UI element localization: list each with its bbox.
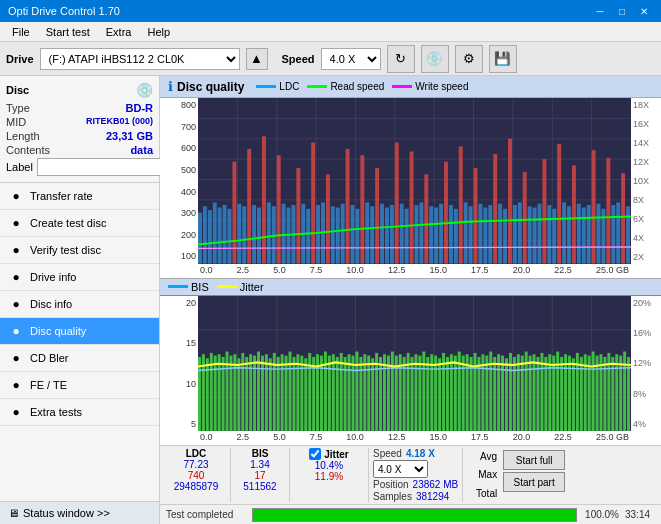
svg-rect-188 [474,352,477,431]
drive-select[interactable]: (F:) ATAPI iHBS112 2 CL0K [40,48,240,70]
disc-icon: 💿 [136,82,153,98]
disc-quality-title: Disc quality [177,80,244,94]
sidebar-item-extra-tests[interactable]: ● Extra tests [0,399,159,426]
settings-button[interactable]: ⚙ [455,45,483,73]
speed-stat-select[interactable]: 4.0 X [373,460,428,478]
svg-rect-219 [596,355,599,431]
svg-rect-183 [454,355,457,431]
svg-rect-157 [352,355,355,431]
svg-rect-28 [252,205,256,264]
minimize-button[interactable]: ─ [591,3,609,19]
jitter-checkbox-area: Jitter [309,448,348,460]
jitter-legend: Jitter [217,281,264,293]
svg-rect-20 [213,202,217,263]
svg-rect-22 [223,205,227,264]
nav-label-disc-info: Disc info [30,298,72,310]
position-value: 23862 MB [413,479,459,490]
svg-rect-29 [257,208,261,264]
window-controls: ─ □ ✕ [591,3,653,19]
svg-rect-193 [493,357,496,431]
maximize-button[interactable]: □ [613,3,631,19]
progress-bar-inner [253,509,576,521]
length-label: Length [6,130,40,142]
sidebar-item-drive-info[interactable]: ● Drive info [0,264,159,291]
menu-help[interactable]: Help [139,24,178,40]
sidebar-item-create-test-disc[interactable]: ● Create test disc [0,210,159,237]
svg-rect-76 [488,205,492,264]
progress-percent: 100.0% [583,509,619,520]
svg-rect-156 [348,354,351,431]
eject-button[interactable]: ▲ [246,48,268,70]
disc-quality-icon: ℹ [168,79,173,94]
svg-rect-86 [538,204,542,264]
start-part-button[interactable]: Start part [503,472,565,492]
start-full-button[interactable]: Start full [503,450,565,470]
svg-rect-90 [557,144,561,264]
disc-quality-header: ℹ Disc quality LDC Read speed Write spee… [160,76,661,98]
sidebar-item-verify-test-disc[interactable]: ● Verify test disc [0,237,159,264]
svg-rect-75 [483,208,487,264]
chart2-svg [198,296,631,431]
nav-label-fe-te: FE / TE [30,379,67,391]
svg-rect-166 [387,355,390,431]
svg-rect-91 [562,202,566,263]
status-window-button[interactable]: 🖥 Status window >> [0,501,159,524]
ldc-chart: 800 700 600 500 400 300 200 100 [160,98,661,264]
label-input[interactable] [37,158,170,176]
samples-value: 381294 [416,491,449,502]
nav-icon-fe-te: ● [8,377,24,393]
svg-rect-198 [513,357,516,431]
progress-bar-outer [252,508,577,522]
svg-rect-92 [567,206,571,263]
sidebar-item-disc-quality[interactable]: ● Disc quality [0,318,159,345]
length-value: 23,31 GB [106,130,153,142]
elapsed-time: 33:14 [625,509,655,520]
writespeed-legend-dot [392,85,412,88]
menu-extra[interactable]: Extra [98,24,140,40]
bis-max-value: 17 [254,470,265,481]
chart2-y-left: 20 15 10 5 [160,296,198,431]
bis-total-value: 511562 [243,481,276,492]
sidebar-item-transfer-rate[interactable]: ● Transfer rate [0,183,159,210]
sidebar-item-cd-bler[interactable]: ● CD Bler [0,345,159,372]
svg-rect-135 [265,354,268,431]
svg-rect-33 [277,155,281,263]
total-row-label: Total [476,488,497,499]
contents-value: data [130,144,153,156]
svg-rect-224 [615,354,618,431]
svg-rect-88 [547,205,551,264]
svg-rect-61 [415,205,419,264]
svg-rect-203 [533,354,536,431]
bis-col-header: BIS [252,448,269,459]
svg-rect-48 [351,205,355,264]
svg-rect-132 [253,355,256,431]
svg-rect-134 [261,355,264,431]
svg-rect-95 [582,208,586,264]
status-window-label: Status window >> [23,507,110,519]
sidebar-item-fe-te[interactable]: ● FE / TE [0,372,159,399]
svg-rect-67 [444,162,448,264]
svg-rect-160 [363,354,366,431]
save-button[interactable]: 💾 [489,45,517,73]
svg-rect-211 [564,354,567,431]
svg-rect-153 [336,357,339,431]
svg-rect-25 [237,204,241,264]
disc-button[interactable]: 💿 [421,45,449,73]
bis-legend-label: BIS [191,281,209,293]
sidebar-item-disc-info[interactable]: ● Disc info [0,291,159,318]
speed-select[interactable]: 4.0 X [321,48,381,70]
menu-file[interactable]: File [4,24,38,40]
menu-start-test[interactable]: Start test [38,24,98,40]
refresh-button[interactable]: ↻ [387,45,415,73]
close-button[interactable]: ✕ [635,3,653,19]
label-label: Label [6,161,33,173]
stats-area: LDC 77.23 740 29485879 BIS 1.34 17 51156… [160,445,661,504]
svg-rect-212 [568,355,571,431]
disc-section: Disc 💿 Type BD-R MID RITEKB01 (000) Leng… [0,76,159,183]
jitter-checkbox[interactable] [309,448,321,460]
svg-rect-140 [285,355,288,431]
ldc-max-value: 740 [188,470,205,481]
svg-rect-39 [306,209,310,264]
chart2-canvas [198,296,631,431]
avg-row-label: Avg [480,451,497,462]
